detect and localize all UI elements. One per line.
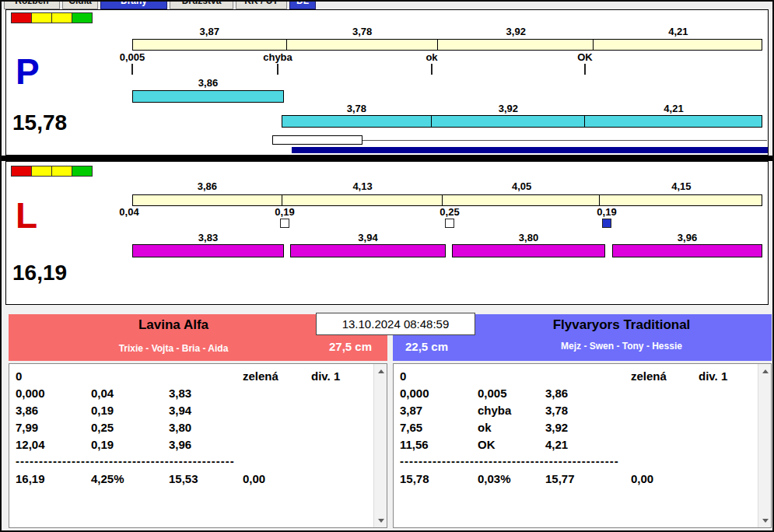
- team-name: Flyvaryors Traditional: [475, 317, 768, 333]
- table-row: 0 zelená div. 1: [400, 368, 756, 385]
- dog-time-bar: [290, 244, 446, 257]
- start-light-green: [72, 12, 93, 23]
- change-time-label: 0,25: [440, 206, 459, 218]
- split-label: 3,92: [432, 103, 585, 114]
- table-cell: div. 1: [699, 368, 756, 385]
- table-cell: zelená: [631, 368, 699, 385]
- lane-panel-p: 3,87 3,78 3,92 4,21 0,005 chyba ok OK P …: [5, 9, 769, 156]
- split-label: 3,92: [438, 26, 594, 37]
- tick-mark: [431, 64, 433, 75]
- table-row: 3,87 chyba 3,78: [400, 402, 756, 419]
- table-cell: [699, 419, 756, 436]
- dog-time-label: 3,94: [290, 232, 446, 243]
- table-cell: 0,19: [91, 436, 169, 453]
- lane-panel-l: 3,86 4,13 4,05 4,15 0,04 0,19 0,25 0,19 …: [5, 161, 769, 305]
- scroll-down-button[interactable]: [759, 514, 771, 527]
- dog-time-label: 3,96: [612, 232, 762, 243]
- table-total-row: 15,78 0,03% 15,77 0,00: [400, 471, 756, 488]
- vertical-scrollbar[interactable]: [373, 364, 387, 527]
- scroll-up-icon: [762, 369, 769, 373]
- table-cell: 0,04: [91, 385, 169, 402]
- table-separator: ----------------------------------------…: [16, 453, 372, 471]
- start-light-red: [11, 166, 32, 177]
- scroll-up-button[interactable]: [375, 365, 387, 377]
- table-row: 7,65 ok 3,92: [400, 419, 756, 436]
- table-cell: 3,86: [16, 402, 91, 419]
- split-segment: [133, 40, 287, 50]
- table-cell: chyba: [478, 402, 545, 419]
- scroll-down-button[interactable]: [375, 514, 387, 527]
- split-label: 4,05: [443, 180, 601, 192]
- table-cell: 3,92: [545, 419, 631, 436]
- split-segment: [585, 116, 762, 127]
- tab-kk-ut[interactable]: KK / ÚT: [236, 2, 287, 9]
- tab-bar: Rozběh Čidla Dráhy Družstva KK / ÚT DL: [2, 2, 772, 9]
- table-row: 11,56 OK 4,21: [400, 436, 756, 453]
- split-label: 3,78: [286, 26, 437, 37]
- team-name: Lavina Alfa: [9, 317, 338, 333]
- tab-dl[interactable]: DL: [289, 2, 316, 9]
- table-cell: [699, 471, 756, 488]
- scroll-down-icon: [378, 519, 384, 523]
- tab-cidla[interactable]: Čidla: [62, 2, 98, 9]
- tab-label: Rozběh: [15, 2, 48, 6]
- tab-label: KK / ÚT: [244, 2, 278, 6]
- tab-label: Čidla: [68, 2, 91, 6]
- reference-split-labels: 3,86 4,13 4,05 4,15: [132, 180, 762, 192]
- table-cell: [699, 402, 756, 419]
- tab-druzstva[interactable]: Družstva: [170, 2, 233, 9]
- dog-time-bar: [452, 244, 605, 257]
- table-cell: [545, 368, 631, 385]
- split-segment: [282, 116, 432, 127]
- lane-letter-l: L: [16, 198, 37, 233]
- table-cell: [478, 368, 545, 385]
- table-cell: [243, 419, 311, 436]
- scroll-up-button[interactable]: [759, 365, 771, 377]
- result-text: 0 zelená div. 1 0,000 0,005 3,86 3,87 ch…: [400, 368, 756, 488]
- table-cell: 15,53: [169, 471, 243, 488]
- vertical-scrollbar[interactable]: [758, 364, 771, 527]
- run-split-labels: 3,78 3,92 4,21: [282, 103, 762, 114]
- scroll-down-icon: [762, 519, 769, 523]
- table-row: 0,000 0,005 3,86: [400, 385, 756, 402]
- table-cell: [699, 385, 756, 402]
- table-cell: 0,00: [631, 471, 699, 488]
- dog-time-bar: [612, 244, 762, 257]
- table-cell: 0,000: [400, 385, 478, 402]
- tab-drahy[interactable]: Dráhy: [100, 2, 167, 9]
- start-light-red: [11, 12, 32, 23]
- jump-height: 27,5 cm: [329, 340, 372, 353]
- change-time-label: 0,04: [119, 206, 138, 218]
- start-light-green: [72, 166, 93, 177]
- split-label: 3,86: [132, 180, 282, 192]
- table-cell: 15,77: [545, 471, 631, 488]
- change-flag-white: [280, 219, 289, 228]
- split-segment: [594, 40, 762, 50]
- split-segment: [600, 195, 762, 205]
- tick-mark: [277, 64, 278, 75]
- dog-time-label: 3,80: [452, 232, 605, 243]
- table-cell: ok: [478, 419, 545, 436]
- table-cell: [631, 419, 699, 436]
- tab-rozbeh[interactable]: Rozběh: [4, 2, 60, 9]
- tab-label: DL: [296, 2, 309, 6]
- tab-strip: Rozběh Čidla Dráhy Družstva KK / ÚT DL: [2, 2, 772, 9]
- lane-divider: [2, 156, 772, 161]
- reference-split-bar: [132, 194, 762, 206]
- split-segment: [443, 195, 600, 205]
- table-cell: 12,04: [16, 436, 91, 453]
- jump-height: 22,5 cm: [405, 340, 448, 353]
- change-time-label: OK: [577, 51, 593, 63]
- table-cell: [311, 471, 372, 488]
- table-separator: ----------------------------------------…: [400, 453, 756, 471]
- table-cell: 7,65: [400, 419, 478, 436]
- table-cell: [311, 436, 372, 453]
- table-cell: 3,87: [400, 402, 478, 419]
- change-time-label: chyba: [263, 51, 292, 63]
- track-line: [362, 140, 767, 141]
- table-row: 12,04 0,19 3,96: [16, 436, 372, 453]
- change-time-label: 0,005: [120, 51, 145, 63]
- reference-split-labels: 3,87 3,78 3,92 4,21: [132, 26, 762, 37]
- start-light-yellow1: [31, 166, 52, 177]
- start-light-yellow2: [51, 12, 72, 23]
